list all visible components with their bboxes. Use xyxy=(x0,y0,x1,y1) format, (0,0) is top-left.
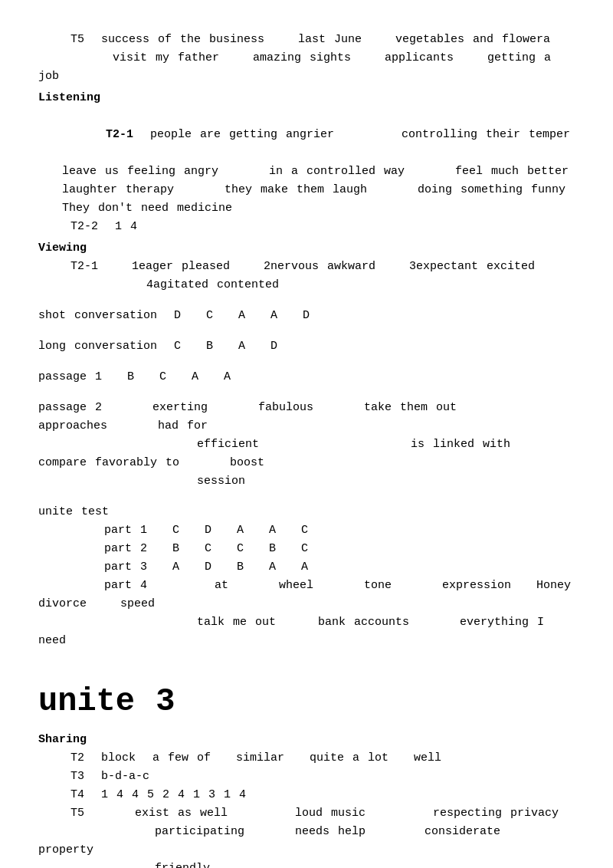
t2-1v2: 4agitated contented xyxy=(38,276,575,294)
t5-line2: visit my father amazing sights applicant… xyxy=(38,49,575,86)
shot-conversation: shot conversation D C A A D xyxy=(38,307,575,325)
t5-sharing-line1: T5 exist as well loud music respecting p… xyxy=(38,804,575,823)
unite-test: unite test xyxy=(38,503,575,521)
part4-line1: part 4 at wheel tone expression Honey di… xyxy=(38,577,575,613)
t2-sharing: T2 block a few of similar quite a lot we… xyxy=(38,749,575,768)
passage2-line2: efficient is linked with compare favorab… xyxy=(38,436,575,472)
t2-1-line4: They don't need medicine xyxy=(38,199,575,218)
t2-1-text1: people are getting angrier controlling t… xyxy=(133,128,570,141)
t2-1v: T2-1 1eager pleased 2nervous awkward 3ex… xyxy=(38,258,575,276)
viewing-label: Viewing xyxy=(38,239,575,258)
sharing-label: Sharing xyxy=(38,731,575,749)
passage2-line3: session xyxy=(38,472,575,491)
part1: part 1 C D A A C xyxy=(38,521,575,540)
part2: part 2 B C C B C xyxy=(38,540,575,558)
page-content: T5 success of the business last June veg… xyxy=(38,31,575,868)
passage1: passage 1 B C A A xyxy=(38,368,575,386)
t3-sharing: T3 b-d-a-c xyxy=(38,768,575,786)
t4-sharing: T4 1 4 4 5 2 4 1 3 1 4 xyxy=(38,786,575,804)
part4-line2: talk me out bank accounts everything I n… xyxy=(38,613,575,650)
unite3-heading: unite 3 xyxy=(38,676,575,728)
t5-line1: T5 success of the business last June veg… xyxy=(38,31,575,49)
t5-sharing-line2: participating needs help considerate pro… xyxy=(38,823,575,860)
t2-1-line2: leave us feeling angry in a controlled w… xyxy=(38,163,575,181)
t2-1-tag: T2-1 xyxy=(72,128,133,141)
t2-2: T2-2 1 4 xyxy=(38,218,575,236)
t2-1-line3: laughter therapy they make them laugh do… xyxy=(38,181,575,199)
t2-1-label-row: T2-1 people are getting angrier controll… xyxy=(38,107,575,163)
t5-sharing-line3: friendly xyxy=(38,860,575,868)
passage2-line1: passage 2 exerting fabulous take them ou… xyxy=(38,399,575,436)
listening-label: Listening xyxy=(38,89,575,107)
part3: part 3 A D B A A xyxy=(38,558,575,577)
long-conversation: long conversation C B A D xyxy=(38,337,575,356)
